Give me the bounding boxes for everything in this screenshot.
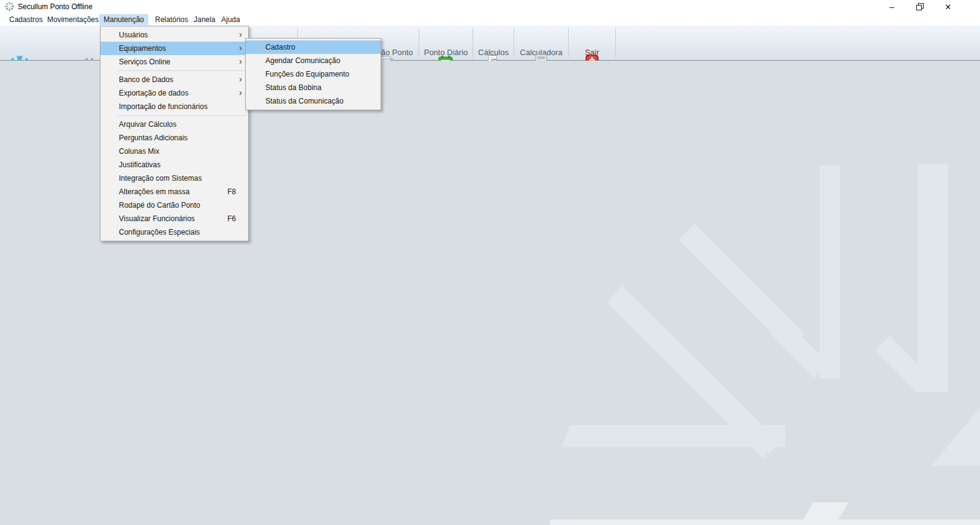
menubar-item-manutencao[interactable]: Manutenção — [99, 14, 148, 25]
menubar-item-movimentacoes[interactable]: Movimentações — [43, 14, 103, 25]
submenu-item-status-da-bobina[interactable]: Status da Bobina — [246, 81, 381, 94]
menu-item-colunas-mix[interactable]: Colunas Mix — [101, 145, 248, 158]
shortcut-f8: F8 — [227, 185, 236, 198]
menu-item-usuarios[interactable]: Usuários — [101, 28, 248, 42]
close-icon: ✕ — [945, 2, 952, 12]
app-flake-icon — [5, 2, 14, 11]
submenu-item-agendar-comunicacao[interactable]: Agendar Comunicação — [246, 54, 381, 67]
submenu-item-funcoes-do-equipamento[interactable]: Funções do Equipamento — [246, 67, 381, 81]
menu-item-importacao-de-funcionarios[interactable]: Importação de funcionários — [101, 100, 248, 113]
menu-bar: Cadastros Movimentações Manutenção Relat… — [0, 13, 980, 26]
menu-item-exportacao-de-dados[interactable]: Exportação de dados — [101, 86, 248, 100]
menu-item-equipamentos[interactable]: Equipamentos — [101, 42, 248, 55]
menu-item-perguntas-adicionais[interactable]: Perguntas Adicionais — [101, 131, 248, 145]
window-title: Secullum Ponto Offline — [18, 2, 93, 11]
submenu-item-status-da-comunicacao[interactable]: Status da Comunicação — [246, 94, 381, 108]
equipamentos-submenu: Cadastro Agendar Comunicação Funções do … — [245, 38, 381, 110]
menu-item-rodape-do-cartao-ponto[interactable]: Rodapé do Cartão Ponto — [101, 198, 248, 212]
manutencao-menu: Usuários Equipamentos Serviços Online Ba… — [100, 26, 249, 241]
secullum-ponto-offline-window: { "window": { "title": "Secullum Ponto O… — [0, 0, 980, 525]
restore-button[interactable] — [906, 0, 934, 13]
menubar-item-ajuda[interactable]: Ajuda — [217, 14, 245, 25]
menu-item-arquivar-calculos[interactable]: Arquivar Cálculos — [101, 118, 248, 131]
menu-separator — [118, 70, 247, 71]
menu-item-integracao-com-sistemas[interactable]: Integração com Sistemas — [101, 172, 248, 185]
shortcut-f6: F6 — [227, 212, 236, 225]
minimize-icon: – — [889, 2, 894, 12]
title-bar: Secullum Ponto Offline – ✕ — [0, 0, 980, 13]
menu-item-configuracoes-especiais[interactable]: Configurações Especiais — [101, 225, 248, 239]
toolbar-separator — [615, 28, 616, 58]
restore-icon — [916, 3, 924, 10]
menu-item-servicos-online[interactable]: Serviços Online — [101, 55, 248, 69]
close-button[interactable]: ✕ — [934, 0, 962, 13]
menubar-item-janela[interactable]: Janela — [189, 14, 219, 25]
menubar-item-cadastros[interactable]: Cadastros — [5, 14, 47, 25]
menubar-item-relatorios[interactable]: Relatórios — [151, 14, 192, 25]
menu-item-alteracoes-em-massa[interactable]: Alterações em massaF8 — [101, 185, 248, 198]
menu-item-justificativas[interactable]: Justificativas — [101, 158, 248, 172]
menu-separator — [118, 115, 247, 116]
menu-item-banco-de-dados[interactable]: Banco de Dados — [101, 73, 248, 86]
menu-item-visualizar-funcionarios[interactable]: Visualizar FuncionáriosF6 — [101, 212, 248, 225]
minimize-button[interactable]: – — [878, 0, 906, 13]
submenu-item-cadastro[interactable]: Cadastro — [246, 40, 381, 54]
